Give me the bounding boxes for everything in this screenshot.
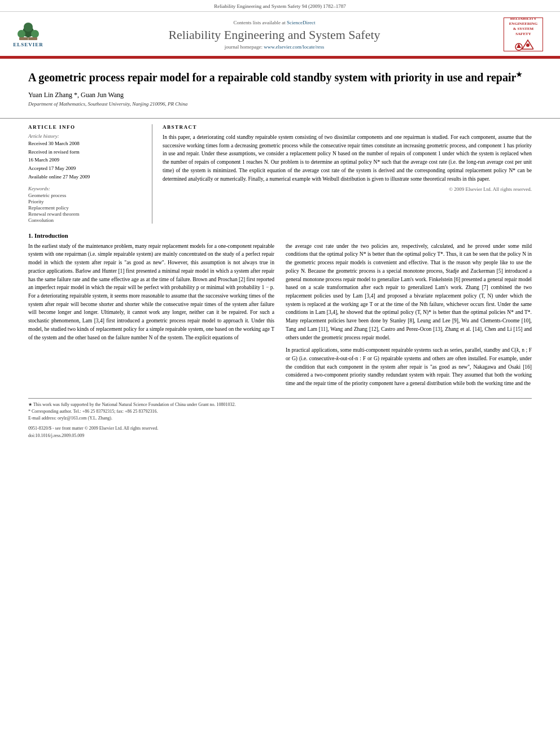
journal-header-left: ELSEVIER	[11, 20, 45, 49]
received-date: Received 30 March 2008	[28, 140, 143, 148]
journal-title-text: Reliability Engineering and System Safet…	[45, 28, 504, 42]
journal-logo-icon	[513, 39, 533, 53]
authors: Yuan Lin Zhang *, Guan Jun Wang	[28, 91, 532, 99]
footnote-email: E-mail address: orylz@163.com (Y.L. Zhan…	[28, 415, 532, 422]
svg-point-2	[18, 30, 25, 38]
journal-citation: Reliability Engineering and System Safet…	[214, 3, 346, 9]
intro-left-text: In the earliest study of the maintenance…	[28, 242, 274, 342]
issn-line: 0951-8320/$ - see front matter © 2009 El…	[28, 425, 532, 433]
copyright-line: © 2009 Elsevier Ltd. All rights reserved…	[163, 186, 532, 192]
keywords-section: Keywords: Geometric process Priority Rep…	[28, 186, 143, 223]
journal-logo-right: RELIABILITY ENGINEERING & SYSTEM SAFETY	[504, 18, 543, 51]
history-label: Article history:	[28, 133, 143, 139]
keyword-5: Convolution	[28, 217, 143, 223]
sciencedirect-link[interactable]: ScienceDirect	[287, 20, 315, 25]
elsevier-tree-icon	[16, 21, 41, 41]
elsevier-brand-text: ELSEVIER	[13, 42, 43, 47]
svg-point-10	[526, 43, 530, 47]
intro-right-text-2: In practical applications, some multi-co…	[286, 346, 532, 388]
keywords-label: Keywords:	[28, 186, 143, 191]
article-info-column: ARTICLE INFO Article history: Received 3…	[28, 124, 152, 224]
doi-line: doi:10.1016/j.ress.2009.05.009	[28, 433, 532, 440]
keyword-2: Priority	[28, 199, 143, 204]
received-revised: Received in revised form16 March 2009	[28, 148, 143, 164]
main-body: 1. Introduction In the earliest study of…	[0, 224, 560, 392]
journal-center: Contents lists available at ScienceDirec…	[45, 20, 504, 50]
contents-line: Contents lists available at ScienceDirec…	[45, 20, 504, 25]
article-info-heading: ARTICLE INFO	[28, 124, 143, 130]
keyword-3: Replacement policy	[28, 205, 143, 211]
affiliation: Department of Mathematics, Southeast Uni…	[28, 101, 532, 107]
accepted-date: Accepted 17 May 2009	[28, 165, 143, 173]
introduction-two-col: In the earliest study of the maintenance…	[28, 242, 532, 392]
page-container: Reliability Engineering and System Safet…	[0, 0, 560, 747]
keyword-1: Geometric process	[28, 193, 143, 198]
article-info-abstract-section: ARTICLE INFO Article history: Received 3…	[0, 118, 560, 224]
svg-point-4	[24, 23, 33, 32]
bottom-info: 0951-8320/$ - see front matter © 2009 El…	[0, 422, 560, 445]
homepage-url[interactable]: www.elsevier.com/locate/ress	[264, 44, 324, 50]
keyword-4: Renewal reward theorem	[28, 211, 143, 217]
footnote-corresponding: * Corresponding author. Tel.: +86 25 837…	[28, 408, 532, 415]
article-title: A geometric process repair model for a r…	[28, 70, 532, 85]
top-bar: Reliability Engineering and System Safet…	[0, 0, 560, 12]
journal-homepage: journal homepage: www.elsevier.com/locat…	[45, 44, 504, 50]
intro-right-text: the average cost rate under the two poli…	[286, 242, 532, 342]
elsevier-logo: ELSEVIER	[11, 20, 45, 49]
svg-point-3	[31, 30, 39, 38]
abstract-heading: ABSTRACT	[163, 124, 532, 130]
article-history-block: Article history: Received 30 March 2008 …	[28, 133, 143, 181]
footnote-area: ★ This work was fully supported by the N…	[28, 398, 532, 422]
article-title-section: A geometric process repair model for a r…	[0, 59, 560, 112]
introduction-heading: 1. Introduction	[28, 232, 532, 239]
journal-logo-text: RELIABILITY ENGINEERING & SYSTEM SAFETY	[509, 16, 538, 37]
intro-right-col: the average cost rate under the two poli…	[286, 242, 532, 392]
footnote-star: ★ This work was fully supported by the N…	[28, 401, 532, 408]
abstract-text: In this paper, a deteriorating cold stan…	[163, 133, 532, 183]
abstract-column: ABSTRACT In this paper, a deteriorating …	[152, 124, 532, 224]
available-online: Available online 27 May 2009	[28, 173, 143, 181]
intro-left-col: In the earliest study of the maintenance…	[28, 242, 274, 392]
journal-header: ELSEVIER Contents lists available at Sci…	[0, 12, 560, 57]
